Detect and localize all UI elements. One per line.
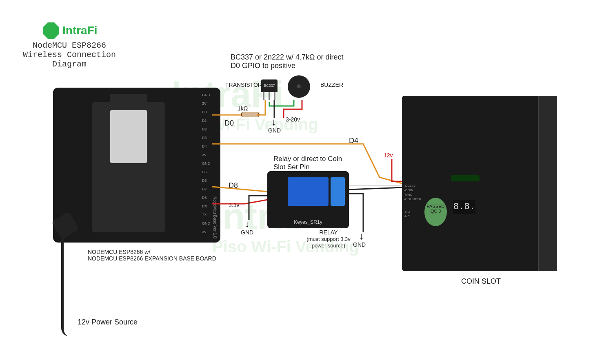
relay-note2: Relay or direct to Coin Slot Set Pin [273,155,355,171]
transistor-label: TRANSISTOR [225,82,262,88]
baseboard-version: NodeMcu Base Ver 1.0 [213,196,217,238]
resistor-component [241,112,260,117]
nodemcu-board: NodeMcu Base Ver 1.0 [53,88,220,243]
power-label: 12v Power Source [78,318,138,326]
gnd-label-2: GND [241,229,253,236]
relay-module: Keyes_SR1y [267,171,349,228]
d4-label: D4 [349,137,358,145]
gnd-arrow-1: ↓ [271,116,276,128]
v12-label: 12v [384,152,393,159]
buzzer-component [288,75,310,98]
esp8266-module [110,110,147,163]
diagram-title: NodeMCU ESP8266 Wireless Connection Diag… [8,41,131,69]
coin-pin-labels: -DC12V -COIN -GND -COUNTER -NO -NC [404,183,421,218]
pin-labels-right: GND3VD0D1D2D3D43VGNDD5D6D7D8RXTXGND3V [202,93,210,238]
gnd-arrow-2: ↓ [245,218,250,229]
buzzer-label: BUZZER [320,82,343,88]
buzzer-voltage: 3-20v [286,116,300,123]
d8-label: D8 [229,181,238,190]
transistor-component: BC337 [261,79,278,92]
relay-label: RELAY (must support 3.3v power source) [304,229,353,249]
brand-logo-icon [43,22,59,39]
coin-slot-label: COIN SLOT [461,277,501,286]
nodemcu-chip [92,102,165,232]
resistor-value: 1kΩ [238,105,248,112]
transistor-note: BC337 or 2n222 w/ 4.7kΩ or direct D0 GPI… [231,53,353,70]
nodemcu-label: NODEMCU ESP8266 w/ NODEMCU ESP8266 EXPAN… [88,249,216,262]
d0-label: D0 [224,119,234,128]
v33-label: 3.3v [229,202,239,208]
relay-model: Keyes_SR1y [267,219,349,225]
coin-7seg-display: 8.8. [453,200,475,214]
gnd-label-3: GND [353,241,366,248]
power-cable [61,222,76,336]
brand-logo: IntraFi [43,22,98,39]
coin-slot-component: -DC12V -COIN -GND -COUNTER -NO -NC PASSE… [402,96,557,271]
gnd-arrow-3: ↓ [359,230,364,242]
coin-qc-sticker: PASSED QC 3 [424,198,447,226]
brand-logo-text: IntraFi [62,24,98,37]
gnd-label-1: GND [268,127,281,134]
